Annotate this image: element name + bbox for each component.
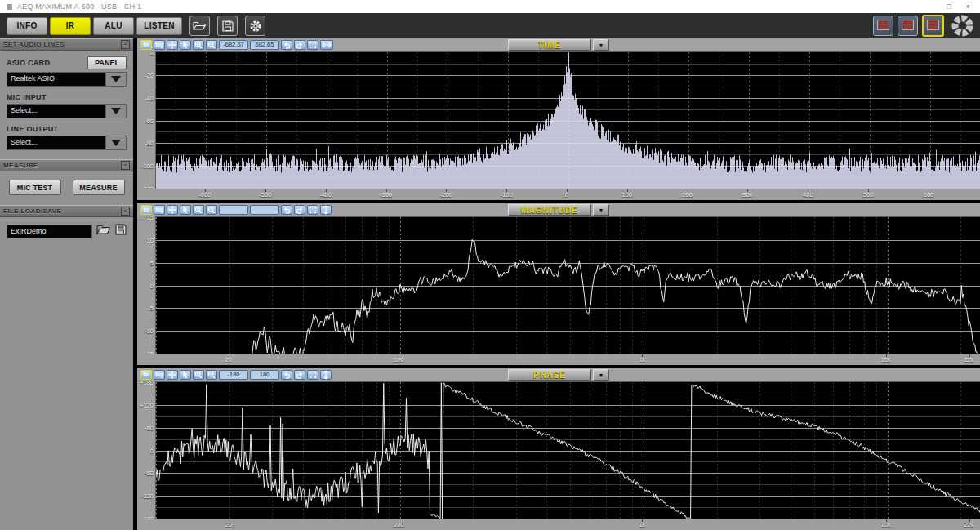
zoom-out-button[interactable] — [206, 40, 217, 50]
x-tick-label: 22k — [964, 356, 974, 363]
redo-button[interactable] — [294, 40, 305, 50]
tab-listen[interactable]: LISTEN — [136, 17, 182, 35]
y-tick-label: -60 — [145, 470, 154, 477]
chevron-down-icon[interactable] — [105, 136, 126, 149]
y-tick-label: 0 — [150, 447, 154, 454]
time-range-field[interactable]: -682.67 — [219, 40, 248, 50]
tab-info[interactable]: INFO — [7, 17, 47, 35]
cursor-button[interactable] — [180, 205, 191, 215]
time-range-field[interactable]: 682.65 — [250, 40, 279, 50]
magnitude-range-field[interactable] — [219, 205, 248, 215]
log-scale-button[interactable]: log — [154, 40, 165, 50]
x-tick-label: 1k — [639, 521, 645, 528]
mic-test-button[interactable]: MIC TEST — [9, 180, 61, 195]
pan-button[interactable] — [167, 40, 178, 50]
measure-button[interactable]: MEASURE — [73, 180, 125, 195]
y-tick-label: -40 — [145, 94, 154, 101]
save-ir-floppy-icon[interactable] — [115, 224, 127, 238]
line-output-value: Select... — [7, 136, 105, 149]
phase-x-axis: 201001k10k22k — [137, 519, 980, 530]
magnitude-plot-area[interactable] — [155, 216, 980, 354]
y-tick-label: +180 — [140, 379, 154, 386]
settings-button[interactable] — [245, 16, 265, 36]
x-tick-label: 0 — [565, 191, 568, 198]
zoom-in-button[interactable] — [193, 370, 204, 380]
load-ir-folder-icon[interactable] — [96, 224, 111, 238]
pan-button[interactable] — [167, 370, 178, 380]
file-section-body: ExIRDemo — [0, 217, 133, 247]
panel-phase: linlog-180180 PHASE ▼ +180+120+600-60-12… — [137, 368, 980, 530]
layout-one-panel-button[interactable] — [873, 16, 893, 36]
y-tick-label: 15 — [147, 214, 154, 221]
zoom-out-button[interactable] — [206, 205, 217, 215]
undo-button[interactable] — [281, 205, 292, 215]
expand-button[interactable] — [307, 40, 318, 50]
log-scale-button[interactable]: log — [154, 370, 165, 380]
open-file-button[interactable] — [189, 16, 210, 36]
section-collapse-icon[interactable]: ▪ — [121, 40, 130, 49]
time-plot-area[interactable] — [155, 51, 980, 189]
chevron-down-icon[interactable]: ▼ — [593, 39, 609, 51]
mic-input-label: MIC INPUT — [7, 93, 47, 101]
y-tick-label: -80 — [145, 140, 154, 147]
magnitude-view-selector[interactable]: MAGNITUDE — [508, 204, 591, 216]
chevron-down-icon[interactable]: ▼ — [593, 204, 609, 216]
x-tick-label: -600 — [199, 191, 212, 198]
cursor-button[interactable] — [180, 370, 191, 380]
pan-button[interactable] — [167, 205, 178, 215]
sidebar: SET AUDIO LINES ▪ ASIO CARD PANEL Realte… — [0, 38, 133, 530]
x-tick-label: 100 — [394, 521, 404, 528]
ir-filename-input[interactable]: ExIRDemo — [7, 225, 92, 238]
tab-alu[interactable]: ALU — [93, 17, 134, 35]
chevron-down-icon[interactable]: ▼ — [593, 369, 609, 381]
phase-range-field[interactable]: -180 — [219, 370, 248, 380]
x-tick-label: 100 — [394, 356, 404, 363]
h-range-button[interactable] — [320, 40, 333, 50]
asio-card-select[interactable]: Realtek ASIO — [7, 72, 127, 87]
maximize-button[interactable]: □ — [947, 3, 951, 11]
undo-button[interactable] — [281, 40, 292, 50]
section-collapse-icon[interactable]: ▪ — [121, 207, 130, 216]
folder-open-icon — [193, 20, 207, 31]
magnitude-range-field[interactable] — [250, 205, 279, 215]
redo-button[interactable] — [294, 205, 305, 215]
cursor-button[interactable] — [180, 40, 191, 50]
zoom-in-button[interactable] — [193, 205, 204, 215]
line-output-select[interactable]: Select... — [7, 136, 127, 150]
expand-button[interactable] — [307, 370, 318, 380]
x-tick-label: -500 — [259, 191, 271, 198]
x-tick-label: -100 — [501, 191, 513, 198]
y-tick-label: -60 — [145, 117, 154, 124]
layout-three-panel-button[interactable] — [922, 15, 944, 37]
phase-plot-area[interactable] — [155, 381, 980, 519]
y-tick-label: -120 — [141, 492, 154, 500]
chevron-down-icon[interactable] — [105, 105, 126, 118]
redo-button[interactable] — [294, 370, 305, 380]
phase-toolbar: linlog-180180 PHASE ▼ — [137, 368, 980, 381]
v-range-button[interactable] — [320, 370, 332, 380]
x-tick-label: -300 — [380, 191, 392, 198]
v-range-button[interactable] — [320, 205, 332, 215]
y-tick-label: 0 — [150, 49, 154, 56]
mic-input-select[interactable]: Select... — [7, 104, 127, 118]
zoom-in-button[interactable] — [193, 40, 204, 50]
chevron-down-icon[interactable] — [105, 73, 126, 86]
measure-section-header: MEASURE ▪ — [0, 159, 133, 171]
x-tick-label: -400 — [319, 191, 332, 198]
log-scale-button[interactable]: log — [154, 205, 165, 215]
phase-view-selector[interactable]: PHASE — [508, 369, 591, 381]
zoom-out-button[interactable] — [206, 370, 217, 380]
undo-button[interactable] — [281, 370, 292, 380]
save-button[interactable] — [217, 16, 238, 36]
panel-magnitude: linlog MAGNITUDE ▼ 151050-5-10-15 201001… — [137, 203, 980, 365]
x-tick-label: 500 — [863, 191, 874, 198]
asio-panel-button[interactable]: PANEL — [87, 56, 127, 69]
time-view-selector[interactable]: TIME — [508, 39, 591, 51]
layout-two-panel-button[interactable] — [898, 16, 918, 36]
phase-range-field[interactable]: 180 — [250, 370, 279, 380]
tab-ir[interactable]: IR — [50, 17, 91, 35]
expand-button[interactable] — [307, 205, 318, 215]
close-button[interactable]: × — [966, 3, 970, 11]
chart-stack: linlog-682.67682.65 TIME ▼ 0-20-40-60-80… — [137, 38, 980, 530]
section-collapse-icon[interactable]: ▪ — [121, 161, 130, 170]
